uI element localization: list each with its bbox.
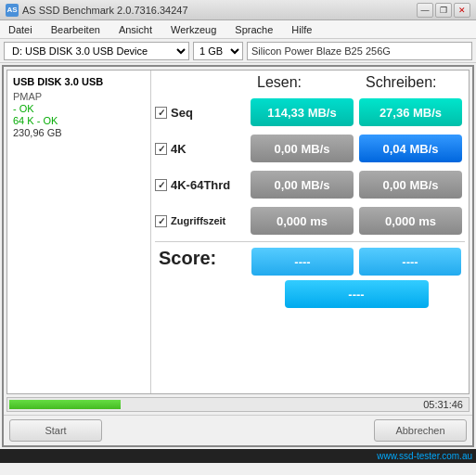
- seq-label: ✓ Seq: [155, 106, 248, 120]
- score-row1: ---- ----: [251, 248, 461, 276]
- close-button[interactable]: ✕: [454, 3, 470, 18]
- 4k64-write-cell: 0,00 MB/s: [359, 171, 462, 199]
- 4k64-read-cell: 0,00 MB/s: [251, 171, 354, 199]
- ok1-label: - OK: [13, 103, 145, 114]
- bench-row-seq: ✓ Seq 114,33 MB/s 27,36 MB/s: [155, 96, 465, 128]
- drive-label: Silicon Power Blaze B25 256G: [247, 42, 472, 60]
- access-write-cell: 0,000 ms: [359, 207, 462, 235]
- 4k-checkbox[interactable]: ✓: [155, 143, 167, 155]
- menu-item-hilfe[interactable]: Hilfe: [289, 23, 315, 36]
- ok2-label: 64 K - OK: [13, 115, 145, 126]
- disk-size-label: 230,96 GB: [13, 127, 145, 138]
- restore-button[interactable]: ❐: [435, 3, 452, 18]
- schreiben-header: Schreiben:: [356, 74, 465, 91]
- row-label-header: [155, 74, 248, 91]
- start-button[interactable]: Start: [9, 419, 102, 442]
- toolbar: D: USB DISK 3.0 USB Device 1 GB Silicon …: [0, 39, 476, 63]
- watermark: www.ssd-tester.com.au: [0, 449, 476, 463]
- app-icon: AS: [6, 4, 19, 17]
- score-label: Score:: [159, 248, 251, 269]
- window-title: AS SSD Benchmark 2.0.7316.34247: [22, 5, 188, 16]
- access-read-cell: 0,000 ms: [251, 207, 354, 235]
- bench-panel: Lesen: Schreiben: ✓ Seq 114,33 MB/s 27,3…: [151, 71, 469, 393]
- device-name: USB DISK 3.0 USB: [13, 76, 145, 87]
- bench-row-4k: ✓ 4K 0,00 MB/s 0,04 MB/s: [155, 133, 465, 164]
- bench-row-access: ✓ Zugriffszeit 0,000 ms 0,000 ms: [155, 205, 465, 237]
- pmap-label: PMAP: [13, 91, 145, 102]
- titlebar-left: AS AS SSD Benchmark 2.0.7316.34247: [6, 4, 188, 17]
- menu-item-werkzeug[interactable]: Werkzeug: [168, 23, 219, 36]
- main-container: USB DISK 3.0 USB PMAP - OK 64 K - OK 230…: [2, 65, 474, 447]
- progress-area: 05:31:46: [6, 397, 470, 412]
- menubar: DateiBearbeitenAnsichtWerkzeugSpracheHil…: [0, 20, 476, 39]
- access-text: Zugriffszeit: [171, 215, 225, 226]
- window-controls: — ❐ ✕: [417, 3, 470, 18]
- progress-time: 05:31:46: [423, 399, 463, 410]
- lesen-header: Lesen:: [248, 74, 356, 91]
- size-select[interactable]: 1 GB: [193, 42, 243, 60]
- 4k-read-cell: 0,00 MB/s: [251, 135, 354, 162]
- abbrechen-button[interactable]: Abbrechen: [374, 419, 467, 442]
- 4k64-checkbox[interactable]: ✓: [155, 179, 167, 191]
- 4k-label: ✓ 4K: [155, 142, 248, 156]
- menu-item-datei[interactable]: Datei: [6, 23, 35, 36]
- score-values: ---- ---- ----: [251, 248, 461, 308]
- 4k64-text: 4K-64Thrd: [171, 178, 230, 192]
- score-total-cell: ----: [285, 280, 429, 308]
- bench-row-4k64: ✓ 4K-64Thrd 0,00 MB/s 0,00 MB/s: [155, 169, 465, 200]
- menu-item-bearbeiten[interactable]: Bearbeiten: [48, 23, 103, 36]
- score-section: Score: ---- ---- ----: [155, 241, 465, 312]
- menu-item-ansicht[interactable]: Ansicht: [116, 23, 155, 36]
- seq-text: Seq: [171, 106, 193, 120]
- score-read-cell: ----: [251, 248, 354, 276]
- score-write-cell: ----: [359, 248, 461, 276]
- minimize-button[interactable]: —: [417, 3, 433, 18]
- 4k-text: 4K: [171, 142, 187, 156]
- seq-read-cell: 114,33 MB/s: [251, 98, 354, 126]
- main-panel: USB DISK 3.0 USB PMAP - OK 64 K - OK 230…: [6, 70, 470, 394]
- drive-select[interactable]: D: USB DISK 3.0 USB Device: [4, 42, 189, 60]
- left-panel: USB DISK 3.0 USB PMAP - OK 64 K - OK 230…: [7, 71, 151, 393]
- progress-bar: [9, 400, 121, 409]
- access-checkbox[interactable]: ✓: [155, 215, 167, 227]
- score-total-row: ----: [251, 280, 461, 308]
- 4k64-label: ✓ 4K-64Thrd: [155, 178, 248, 192]
- menu-item-sprache[interactable]: Sprache: [232, 23, 276, 36]
- seq-write-cell: 27,36 MB/s: [359, 98, 462, 126]
- 4k-write-cell: 0,04 MB/s: [359, 135, 462, 162]
- bench-header: Lesen: Schreiben:: [155, 74, 465, 91]
- seq-checkbox[interactable]: ✓: [155, 107, 167, 119]
- bottom-bar: Start Abbrechen: [4, 415, 472, 445]
- access-label: ✓ Zugriffszeit: [155, 215, 248, 227]
- titlebar: AS AS SSD Benchmark 2.0.7316.34247 — ❐ ✕: [0, 0, 476, 20]
